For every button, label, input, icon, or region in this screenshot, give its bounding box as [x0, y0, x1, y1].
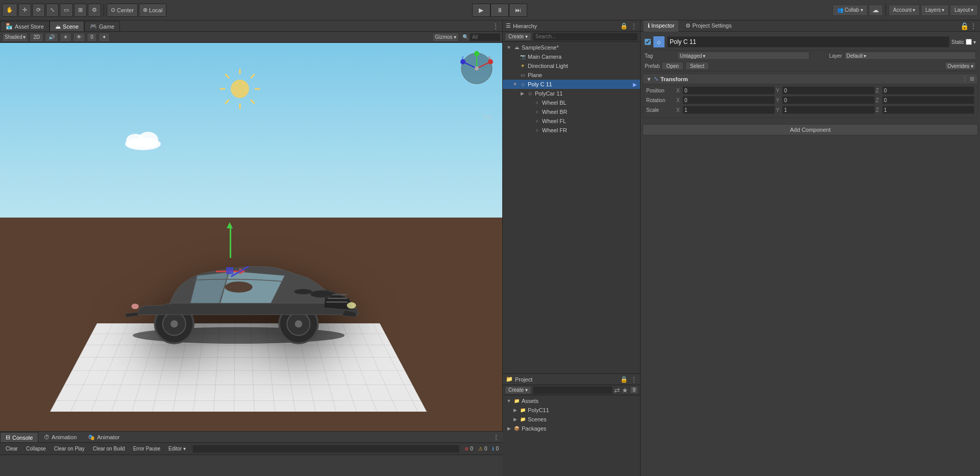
hierarchy-create-btn[interactable]: Create ▾: [505, 33, 531, 41]
scene-search-input[interactable]: [470, 33, 500, 41]
clear-on-play-btn[interactable]: Clear on Play: [51, 444, 88, 454]
expand-assets[interactable]: ▼: [506, 398, 512, 404]
tab-console[interactable]: ⊟ Console: [0, 432, 38, 442]
add-component-btn[interactable]: Add Component: [643, 124, 978, 135]
tree-item-scenes-folder[interactable]: ▶ 📁 Scenes: [503, 415, 640, 424]
tab-project-settings[interactable]: ⚙ Project Settings: [681, 20, 736, 32]
position-x-input[interactable]: [682, 86, 775, 94]
tree-item-wheel-bl[interactable]: ○ Wheel BL: [503, 98, 640, 107]
overrides-dropdown[interactable]: Overrides ▾: [945, 62, 976, 70]
cloud-btn[interactable]: ☁: [869, 5, 883, 16]
multi-tool-btn[interactable]: ⊞: [74, 4, 87, 17]
hierarchy-lock-btn[interactable]: 🔒: [620, 22, 628, 30]
project-filter-count[interactable]: 9: [630, 386, 638, 394]
2d-btn[interactable]: 2D: [30, 33, 43, 42]
inspector-lock-icon[interactable]: 🔒: [960, 22, 969, 30]
project-create-btn[interactable]: Create ▾: [505, 386, 531, 394]
project-sync-icon[interactable]: ⇄: [614, 386, 620, 394]
static-checkbox[interactable]: [966, 39, 972, 45]
expand-camera[interactable]: [512, 54, 518, 60]
move-tool-btn[interactable]: ✛: [18, 4, 31, 17]
scale-x-input[interactable]: [682, 106, 775, 114]
center-btn[interactable]: ⊙ Center: [107, 4, 138, 17]
layer-dropdown[interactable]: Default ▾: [844, 52, 976, 60]
shaded-dropdown[interactable]: Shaded ▾: [2, 33, 28, 42]
tree-item-wheel-fr[interactable]: ○ Wheel FR: [503, 126, 640, 135]
scale-tool-btn[interactable]: ⤡: [46, 4, 59, 17]
tab-game[interactable]: 🎮 Game: [84, 21, 120, 31]
tree-item-plane[interactable]: ▭ Plane: [503, 70, 640, 80]
scale-y-input[interactable]: [782, 106, 874, 114]
expand-wheel-bl[interactable]: [526, 100, 532, 106]
console-search-input[interactable]: [192, 445, 459, 453]
scene-view[interactable]: X Y Z Part: [0, 43, 502, 431]
rect-tool-btn[interactable]: ▭: [60, 4, 73, 17]
obj-name-field[interactable]: [667, 36, 949, 47]
layout-btn[interactable]: Layout ▾: [950, 5, 978, 16]
tree-item-assets[interactable]: ▼ 📁 Assets: [503, 396, 640, 406]
scale-z-input[interactable]: [882, 106, 974, 114]
position-y-input[interactable]: [782, 86, 874, 94]
clear-on-build-btn[interactable]: Clear on Build: [89, 444, 129, 454]
collab-btn[interactable]: 👥 Collab ▾: [832, 5, 868, 16]
transform-header[interactable]: ▼ ⤡ Transform ⋮ ⊞: [643, 74, 977, 84]
tree-item-packages[interactable]: ▶ 📦 Packages: [503, 424, 640, 433]
tab-asset-store[interactable]: 🏪 Asset Store: [0, 21, 50, 31]
tree-item-scene[interactable]: ▼ ⛰ SampleScene*: [503, 43, 640, 52]
open-prefab-btn[interactable]: Open: [662, 62, 683, 70]
tree-item-polyc11-folder[interactable]: ▶ 📁 PolyC11: [503, 406, 640, 415]
expand-wheel-br[interactable]: [526, 109, 532, 115]
lighting-btn[interactable]: ☀: [60, 33, 71, 42]
tab-scene[interactable]: ⛰ Scene: [50, 21, 84, 31]
tree-item-polycar-11[interactable]: ▶ ◇ PolyCar 11: [503, 89, 640, 98]
rotation-x-input[interactable]: [682, 96, 775, 104]
select-prefab-btn[interactable]: Select: [685, 62, 709, 70]
expand-packages[interactable]: ▶: [506, 425, 512, 432]
expand-wheel-fr[interactable]: [526, 127, 532, 133]
project-lock-btn[interactable]: 🔒: [620, 376, 628, 383]
tab-animation[interactable]: ⏱ Animation: [38, 432, 82, 442]
transform-settings-icon[interactable]: ⋮: [962, 76, 968, 82]
rotation-y-input[interactable]: [782, 96, 874, 104]
hierarchy-menu-btn[interactable]: ⋮: [631, 22, 637, 30]
rotation-z-input[interactable]: [882, 96, 974, 104]
tree-item-wheel-fl[interactable]: ○ Wheel FL: [503, 116, 640, 126]
local-btn[interactable]: ⊕ Local: [139, 4, 166, 17]
tab-inspector[interactable]: ℹ Inspector: [644, 20, 678, 32]
tree-item-main-camera[interactable]: 📷 Main Camera: [503, 52, 640, 61]
position-z-input[interactable]: [882, 86, 974, 94]
obj-active-checkbox[interactable]: [645, 39, 651, 45]
inspector-menu-icon[interactable]: ⋮: [970, 22, 977, 30]
editor-dropdown-btn[interactable]: Editor ▾: [165, 444, 189, 454]
console-tab-menu-btn[interactable]: ⋮: [489, 432, 503, 442]
view-tab-menu-btn[interactable]: ⋮: [489, 21, 502, 31]
layers-btn[interactable]: Layers ▾: [921, 5, 949, 16]
clear-btn[interactable]: Clear: [2, 444, 21, 454]
step-btn[interactable]: ⏭: [509, 4, 527, 17]
tree-item-poly-c-11[interactable]: ▼ ◇ Poly C 11 ▶: [503, 80, 640, 89]
account-btn[interactable]: Account ▾: [889, 5, 920, 16]
pause-btn[interactable]: ⏸: [491, 4, 509, 17]
expand-plane[interactable]: [512, 72, 518, 78]
settings-tool-btn[interactable]: ⚙: [88, 4, 101, 17]
expand-polycar[interactable]: ▶: [519, 90, 525, 97]
expand-polyc11-folder[interactable]: ▶: [512, 407, 518, 413]
fx-btn[interactable]: ✦: [99, 33, 110, 42]
tree-item-directional-light[interactable]: ☀ Directional Light: [503, 61, 640, 70]
tag-dropdown[interactable]: Untagged ▾: [677, 52, 810, 60]
transform-expand-icon[interactable]: ⊞: [970, 76, 974, 82]
audio-btn[interactable]: 🔊: [45, 33, 58, 42]
expand-wheel-fl[interactable]: [526, 118, 532, 124]
tab-animator[interactable]: 🎭 Animator: [82, 432, 125, 442]
vr-btn[interactable]: 👁: [73, 33, 85, 42]
layer-count-btn[interactable]: 0: [87, 33, 97, 42]
expand-poly[interactable]: ▼: [512, 81, 518, 87]
rotate-tool-btn[interactable]: ⟳: [32, 4, 45, 17]
gizmos-dropdown[interactable]: Gizmos ▾: [432, 33, 459, 42]
collapse-btn[interactable]: Collapse: [22, 444, 50, 454]
project-search-input[interactable]: [533, 386, 613, 394]
tree-item-wheel-br[interactable]: ○ Wheel BR: [503, 107, 640, 116]
expand-light[interactable]: [512, 63, 518, 69]
expand-scene[interactable]: ▼: [506, 44, 512, 51]
hierarchy-search-input[interactable]: [533, 33, 638, 41]
